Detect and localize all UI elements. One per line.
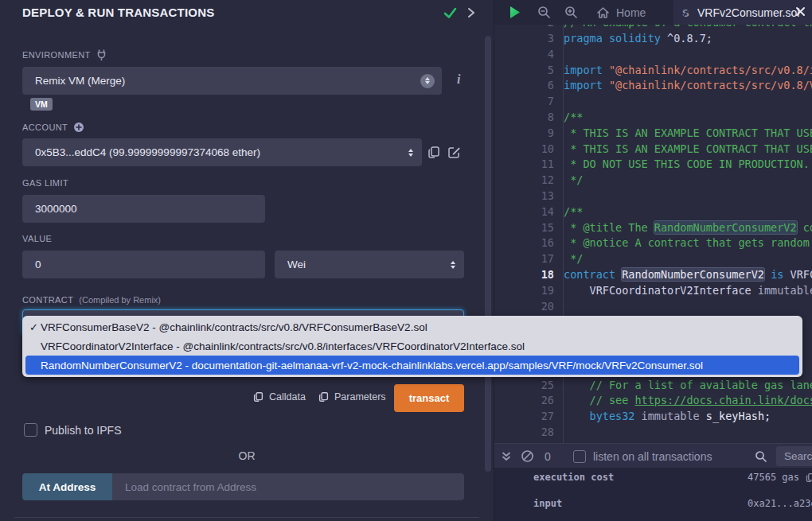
edit-account-icon[interactable] <box>447 146 461 159</box>
code-line[interactable]: 2// An example of a consumer contract th… <box>494 25 812 32</box>
code-line[interactable]: 12 */ <box>494 173 812 189</box>
code-line[interactable]: 3pragma solidity ^0.8.7; <box>494 32 812 48</box>
line-number: 15 <box>494 221 554 234</box>
code-line[interactable]: 18contract RandomNumberConsumerV2 is VRF… <box>494 268 812 284</box>
panel-scrollbar[interactable] <box>485 36 491 472</box>
contract-option[interactable]: RandomNumberConsumerV2 - documentation-g… <box>25 356 799 375</box>
line-number: 28 <box>494 426 554 438</box>
contract-option[interactable]: ✓VRFConsumerBaseV2 - @chainlink/contract… <box>25 317 799 336</box>
home-icon <box>596 6 610 19</box>
line-number: 17 <box>494 252 554 265</box>
contract-dropdown: ✓VRFConsumerBaseV2 - @chainlink/contract… <box>22 316 802 377</box>
clear-console-icon[interactable] <box>521 444 534 469</box>
editor-tabbar: Home S VRFv2Consumer.sol <box>494 0 812 25</box>
code-line[interactable]: 14/** <box>494 205 812 221</box>
listen-all-checkbox[interactable] <box>573 450 586 463</box>
code-line[interactable]: 28 <box>494 426 812 441</box>
gas-limit-input[interactable] <box>22 195 265 223</box>
contract-option-label: RandomNumberConsumerV2 - documentation-g… <box>41 360 703 371</box>
copy-icon <box>318 391 329 402</box>
terminal-row-value: 0xa21...a23e4 <box>748 498 812 509</box>
code-line[interactable]: 25 // For a list of available gas lanes … <box>494 379 812 395</box>
code-text: * DO NOT USE THIS CODE IN PRODUCTION. <box>564 157 810 170</box>
at-address-input[interactable] <box>112 473 464 500</box>
tab-active-file[interactable]: S VRFv2Consumer.sol <box>673 0 812 25</box>
code-area[interactable]: 2// An example of a consumer contract th… <box>494 25 812 443</box>
code-line[interactable]: 9 * THIS IS AN EXAMPLE CONTRACT THAT USE… <box>494 126 812 142</box>
expand-terminal-icon[interactable] <box>501 444 512 469</box>
plus-circle-icon[interactable] <box>73 122 84 133</box>
value-input[interactable] <box>22 251 265 278</box>
solidity-file-icon: S <box>681 6 692 19</box>
zoom-out-icon[interactable] <box>537 6 551 19</box>
code-text: import "@chainlink/contracts/src/v0.8/in… <box>564 64 812 76</box>
code-line[interactable]: 13 <box>494 189 812 205</box>
copy-account-icon[interactable] <box>427 146 440 159</box>
code-line[interactable]: 17 */ <box>494 252 812 268</box>
account-select[interactable]: 0x5B3...eddC4 (99.99999999997374068 ethe… <box>22 138 422 166</box>
remix-ide: DEPLOY & RUN TRANSACTIONS ENVIRONMENT Re… <box>0 0 812 521</box>
close-tab-icon[interactable] <box>795 6 806 17</box>
or-separator: OR <box>0 449 494 462</box>
code-text: bytes32 immutable s_keyHash; <box>564 410 771 422</box>
code-line[interactable]: 6import "@chainlink/contracts/src/v0.8/V… <box>494 79 812 95</box>
copy-icon <box>253 391 264 402</box>
line-number: 3 <box>494 32 554 45</box>
code-line[interactable]: 26 // see https://docs.chain.link/docs/v… <box>494 394 812 410</box>
terminal-search-input[interactable] <box>776 446 812 466</box>
code-line[interactable]: 4 <box>494 48 812 64</box>
deploy-run-panel: DEPLOY & RUN TRANSACTIONS ENVIRONMENT Re… <box>0 0 494 521</box>
option-check-icon: ✓ <box>28 321 40 333</box>
zoom-in-icon[interactable] <box>564 6 578 19</box>
publish-ipfs-checkbox[interactable] <box>24 423 37 437</box>
code-line[interactable]: 11 * DO NOT USE THIS CODE IN PRODUCTION. <box>494 157 812 173</box>
calldata-action[interactable]: Calldata <box>253 391 306 402</box>
account-label: ACCOUNT <box>22 122 84 133</box>
line-number: 8 <box>494 111 554 123</box>
line-number: 5 <box>494 64 554 76</box>
line-number: 16 <box>494 236 554 249</box>
code-line[interactable]: 8/** <box>494 111 812 126</box>
info-icon[interactable]: i <box>457 72 460 87</box>
environment-select[interactable]: Remix VM (Merge) <box>22 67 442 95</box>
value-unit-select[interactable]: Wei <box>275 251 464 278</box>
line-number: 7 <box>494 95 554 107</box>
code-text: // see https://docs.chain.link/docs/vrf-… <box>564 394 812 406</box>
code-text: * @notice A contract that gets random va… <box>564 236 812 249</box>
line-number: 13 <box>494 189 554 202</box>
code-line[interactable]: 27 bytes32 immutable s_keyHash; <box>494 410 812 426</box>
transaction-count: 0 <box>545 444 551 469</box>
code-line[interactable]: 5import "@chainlink/contracts/src/v0.8/i… <box>494 64 812 80</box>
code-line[interactable]: 20 <box>494 300 812 316</box>
code-text: pragma solidity ^0.8.7; <box>564 32 712 45</box>
line-number: 2 <box>494 25 554 29</box>
code-line[interactable]: 19 VRFCoordinatorV2Interface immutable C… <box>494 284 812 300</box>
value-label: VALUE <box>22 234 52 243</box>
plug-icon[interactable] <box>96 49 107 60</box>
line-number: 9 <box>494 126 554 139</box>
parameters-action[interactable]: Parameters <box>318 391 386 402</box>
terminal-row-value: 47565 gas <box>748 472 799 483</box>
line-number: 4 <box>494 48 554 60</box>
contract-option-label: VRFConsumerBaseV2 - @chainlink/contracts… <box>41 321 427 333</box>
select-arrows-icon <box>408 149 413 157</box>
terminal-row: input0xa21...a23e4 <box>494 498 812 511</box>
contract-option[interactable]: VRFCoordinatorV2Interface - @chainlink/c… <box>25 336 799 356</box>
code-line[interactable]: 16 * @notice A contract that gets random… <box>494 236 812 252</box>
line-number: 19 <box>494 284 554 297</box>
code-line[interactable]: 7 <box>494 95 812 111</box>
chevron-right-icon[interactable] <box>467 7 475 18</box>
code-line[interactable]: 15 * @title The RandomNumberConsumerV2 c… <box>494 221 812 237</box>
code-text: /** <box>564 205 583 218</box>
tab-home[interactable]: Home <box>590 0 652 25</box>
listen-all-label: listen on all transactions <box>593 444 712 469</box>
at-address-button[interactable]: At Address <box>22 473 112 500</box>
copy-icon[interactable] <box>806 472 812 483</box>
contract-option-label: VRFCoordinatorV2Interface - @chainlink/c… <box>41 340 525 352</box>
code-line[interactable]: 10 * THIS IS AN EXAMPLE CONTRACT THAT US… <box>494 142 812 158</box>
panel-title: DEPLOY & RUN TRANSACTIONS <box>22 6 214 19</box>
line-number: 11 <box>494 157 554 170</box>
line-number: 18 <box>494 268 554 281</box>
run-script-play-icon[interactable] <box>508 5 522 20</box>
transact-button[interactable]: transact <box>394 384 464 412</box>
